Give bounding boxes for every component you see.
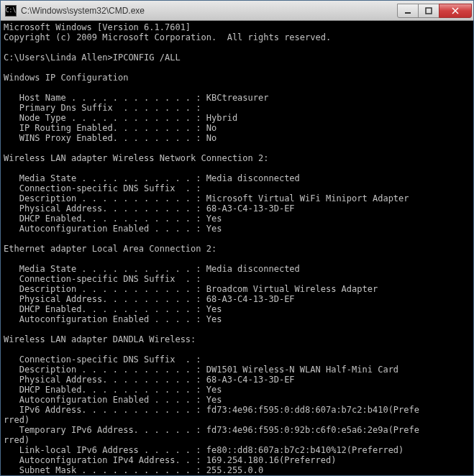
wins-proxy-value: No (201, 133, 217, 143)
adapter2-title: Ethernet adapter Local Area Connection 2… (4, 244, 217, 254)
node-type-label: Node Type . . . . . . . . . . . . : (4, 113, 201, 123)
a1-auto-value: Yes (201, 224, 222, 234)
window-controls (398, 4, 472, 18)
a3-phys-label: Physical Address. . . . . . . . . : (4, 375, 201, 385)
a1-dhcp-value: Yes (201, 214, 222, 224)
a3-tmp-ipv6-label: Temporary IPv6 Address. . . . . . : (4, 425, 201, 435)
a3-dhcp-value: Yes (201, 385, 222, 395)
header-line2: Copyright (c) 2009 Microsoft Corporation… (4, 32, 331, 42)
a3-ipv6-wrap: rred) (4, 415, 29, 425)
a1-media-value: Media disconnected (201, 173, 300, 183)
primary-dns-label: Primary Dns Suffix . . . . . . . : (4, 103, 201, 113)
a3-tmp-ipv6-value: fd73:4e96:f595:0:92b:c6f0:e5a6:2e9a(Pref… (201, 425, 419, 435)
a1-dhcp-label: DHCP Enabled. . . . . . . . . . . : (4, 214, 201, 224)
a3-dhcp-label: DHCP Enabled. . . . . . . . . . . : (4, 385, 201, 395)
adapter1-title: Wireless LAN adapter Wireless Network Co… (4, 153, 268, 163)
a2-conn-dns-label: Connection-specific DNS Suffix . : (4, 274, 201, 284)
adapter3-title: Wireless LAN adapter DANDLA Wireless: (4, 334, 196, 344)
cmd-icon: C:\ (5, 5, 17, 17)
a3-auto-label: Autoconfiguration Enabled . . . . : (4, 395, 201, 405)
a3-ipv6-label: IPv6 Address. . . . . . . . . . . : (4, 405, 201, 415)
a1-conn-dns-label: Connection-specific DNS Suffix . : (4, 183, 201, 193)
a1-desc-value: Microsoft Virtual WiFi Miniport Adapter (201, 193, 409, 203)
node-type-value: Hybrid (201, 113, 238, 123)
a1-phys-label: Physical Address. . . . . . . . . : (4, 203, 201, 214)
maximize-button[interactable] (418, 4, 439, 18)
a1-media-label: Media State . . . . . . . . . . . : (4, 173, 201, 183)
ipconfig-title: Windows IP Configuration (4, 73, 128, 83)
host-name-label: Host Name . . . . . . . . . . . . : (4, 93, 201, 103)
wins-proxy-label: WINS Proxy Enabled. . . . . . . . : (4, 133, 201, 143)
a1-auto-label: Autoconfiguration Enabled . . . . : (4, 224, 201, 234)
a3-desc-label: Description . . . . . . . . . . . : (4, 365, 201, 375)
host-name-value: KBCtreasurer (201, 93, 269, 103)
a3-auto-ipv4-value: 169.254.180.16(Preferred) (201, 455, 337, 465)
a1-desc-label: Description . . . . . . . . . . . : (4, 193, 201, 203)
a3-subnet-value: 255.255.0.0 (201, 465, 264, 475)
a2-phys-label: Physical Address. . . . . . . . . : (4, 294, 201, 304)
a1-phys-value: 68-A3-C4-13-3D-EF (201, 203, 295, 214)
a2-media-value: Media disconnected (201, 264, 300, 274)
ip-routing-value: No (201, 123, 217, 133)
a3-conn-dns-label: Connection-specific DNS Suffix . : (4, 354, 201, 365)
a2-desc-value: Broadcom Virtual Wireless Adapter (201, 284, 378, 294)
a3-ll-ipv6-value: fe80::dd8:607a:b7c2:b410%12(Preferred) (201, 445, 404, 455)
ip-routing-label: IP Routing Enabled. . . . . . . . : (4, 123, 201, 133)
a3-desc-value: DW1501 Wireless-N WLAN Half-Mini Card (201, 365, 399, 375)
a2-media-label: Media State . . . . . . . . . . . : (4, 264, 201, 274)
a2-phys-value: 68-A3-C4-13-3D-EF (201, 294, 295, 304)
a2-auto-value: Yes (201, 314, 222, 324)
header-line1: Microsoft Windows [Version 6.1.7601] (4, 22, 191, 32)
a2-auto-label: Autoconfiguration Enabled . . . . : (4, 314, 201, 324)
a2-dhcp-value: Yes (201, 304, 222, 314)
cmd-window: C:\ C:\Windows\system32\CMD.exe Microsof… (0, 0, 474, 476)
svg-rect-1 (426, 8, 432, 14)
a3-ipv6-value: fd73:4e96:f595:0:dd8:607a:b7c2:b410(Pref… (201, 405, 419, 415)
window-title: C:\Windows\system32\CMD.exe (21, 6, 398, 16)
close-button[interactable] (439, 4, 472, 18)
a2-desc-label: Description . . . . . . . . . . . : (4, 284, 201, 294)
a3-auto-ipv4-label: Autoconfiguration IPv4 Address. . : (4, 455, 201, 465)
terminal-output[interactable]: Microsoft Windows [Version 6.1.7601] Cop… (1, 21, 473, 475)
a3-phys-value: 68-A3-C4-13-3D-EF (201, 375, 295, 385)
a3-ll-ipv6-label: Link-local IPv6 Address . . . . . : (4, 445, 201, 455)
command: IPCONFIG /ALL (113, 52, 181, 63)
a2-dhcp-label: DHCP Enabled. . . . . . . . . . . : (4, 304, 201, 314)
a3-auto-value: Yes (201, 395, 222, 405)
minimize-button[interactable] (397, 4, 419, 18)
a3-subnet-label: Subnet Mask . . . . . . . . . . . : (4, 465, 201, 475)
titlebar[interactable]: C:\ C:\Windows\system32\CMD.exe (1, 1, 473, 21)
a3-tmp-ipv6-wrap: rred) (4, 435, 29, 445)
prompt: C:\Users\Linda Allen> (4, 52, 113, 63)
